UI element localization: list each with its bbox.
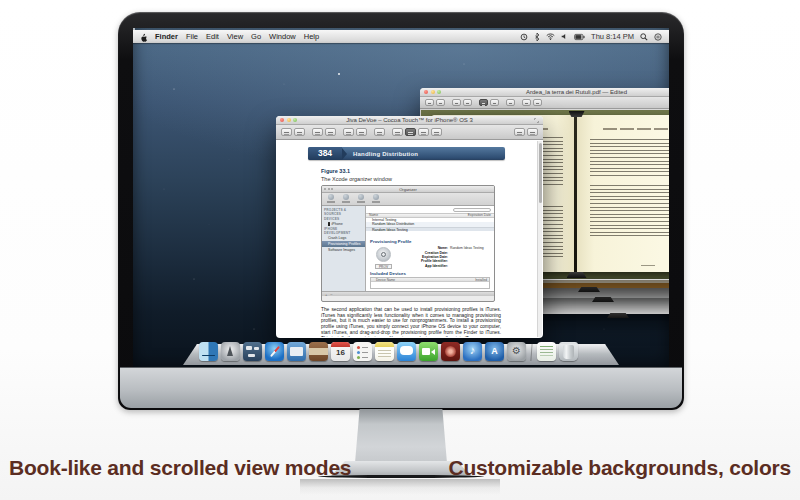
sidebar-button[interactable] [527,128,538,136]
book-binding-notch [578,287,600,292]
seal-label: PROV [375,264,392,269]
battery-icon[interactable] [574,34,585,40]
speech-button[interactable] [392,128,403,136]
book-view-mode-button[interactable] [479,99,488,106]
section-title: Provisioning Profile [370,239,411,244]
bluetooth-icon[interactable] [534,33,540,41]
column-installed[interactable]: Installed [475,278,487,282]
volume-icon[interactable] [561,33,568,40]
sidebar-item-software-images[interactable]: Software Images [322,247,365,252]
imac-chin [120,367,682,408]
app-store-dock-icon[interactable]: A [485,342,504,361]
window-titlebar[interactable]: Jiva DeVoe – Cocoa Touch™ for iPhone® OS… [276,116,543,125]
devices-section-title: Included Devices [370,271,406,276]
imac-display: Finder File Edit View Go Window Help Thu… [118,12,684,410]
column-name[interactable]: Name [369,213,378,217]
zoom-out-button[interactable] [452,99,461,106]
bookmark-button[interactable] [418,128,429,136]
list-item[interactable]: Random Ideas Testing [366,227,494,232]
scrollbar-thumb[interactable] [539,143,543,203]
spotlight-icon[interactable] [640,33,648,41]
book-binding-notch [607,313,629,318]
forward-button[interactable] [436,99,445,106]
figure-caption: The Xcode organizer window [321,176,392,182]
book-window-toolbar [420,97,669,109]
font-larger-button[interactable] [325,128,336,136]
document-page-view[interactable]: 384 Handling Distribution Figure 33.1 Th… [277,141,542,337]
scrolled-view-mode-button[interactable] [405,128,416,136]
launchpad-dock-icon[interactable] [221,342,240,361]
messages-dock-icon[interactable] [397,342,416,361]
facetime-dock-icon[interactable] [419,342,438,361]
imac-stand-neck [355,409,447,463]
menu-app-name[interactable]: Finder [155,32,178,41]
menu-item-go[interactable]: Go [251,32,261,41]
menu-item-file[interactable]: File [186,32,198,41]
mission-control-dock-icon[interactable] [243,342,262,361]
chapter-header-band: 384 Handling Distribution [308,147,505,160]
zoom-in-button[interactable] [463,99,472,106]
scrolled-view-window[interactable]: Jiva DeVoe – Cocoa Touch™ for iPhone® OS… [276,116,543,338]
back-button[interactable] [425,99,434,106]
reminders-dock-icon[interactable] [353,342,372,361]
search-button[interactable] [514,128,525,136]
photo-booth-dock-icon[interactable] [441,342,460,361]
organizer-search-field[interactable] [453,208,491,212]
scrolled-view-mode-button[interactable] [490,99,499,106]
document-dock-icon[interactable] [537,342,556,361]
field-label: Creation Date: [404,251,448,255]
background-settings-button[interactable] [506,99,515,106]
scrollbar[interactable] [537,141,542,337]
safari-dock-icon[interactable] [265,342,284,361]
column-expiration[interactable]: Expiration Date [468,213,491,217]
contacts-dock-icon[interactable] [309,342,328,361]
window-title: Jiva DeVoe – Cocoa Touch™ for iPhone® OS… [276,116,543,125]
font-smaller-button[interactable] [312,128,323,136]
mail-dock-icon[interactable] [287,342,306,361]
page-text-block [590,185,669,237]
wifi-icon[interactable] [546,33,555,40]
page-number [641,265,655,267]
organizer-status-bar: +− [322,291,494,296]
single-page-mode-button[interactable] [343,128,354,136]
notes-dock-icon[interactable] [375,342,394,361]
chevron-right-icon [342,148,347,160]
menu-item-view[interactable]: View [227,32,243,41]
menu-clock[interactable]: Thu 8:14 PM [591,32,634,41]
menu-item-help[interactable]: Help [304,32,319,41]
field-value: Random Ideas Testing [450,246,484,250]
field-label: Expiration Date: [404,255,448,259]
highlighter-button[interactable] [431,128,442,136]
dock: 16 ♪ A ⚙ [183,338,619,365]
forward-button[interactable] [294,128,305,136]
profiles-list: Name Expiration Date Internal Testing Ra… [366,213,494,231]
time-machine-icon[interactable] [520,33,528,41]
system-preferences-dock-icon[interactable]: ⚙ [507,342,526,361]
menu-item-window[interactable]: Window [269,32,296,41]
menu-item-edit[interactable]: Edit [206,32,219,41]
sidebar-item-crash-logs[interactable]: Crash Logs [322,235,365,240]
body-paragraph: The second application that can be used … [321,307,501,337]
window-titlebar[interactable]: Ardea_la terra dei Rutuli.pdf — Edited [420,88,669,97]
notification-center-icon[interactable] [654,33,662,41]
calendar-dock-icon[interactable]: 16 [331,342,350,361]
settings-gear-button[interactable] [374,128,385,136]
trash-dock-icon[interactable] [559,342,578,361]
sidebar-group-projects: PROJECTS & SOURCES [322,207,365,216]
book-page-right[interactable] [577,115,669,272]
organizer-tool-icon [371,194,381,205]
itunes-dock-icon[interactable]: ♪ [463,342,482,361]
organizer-toolbar [322,193,494,206]
highlighter-button[interactable] [533,99,542,106]
back-button[interactable] [281,128,292,136]
book-view-mode-button[interactable] [356,128,367,136]
column-device-name[interactable]: Device Name [376,278,395,282]
book-binding-clip [567,272,587,278]
book-binding-notch [592,297,614,302]
chapter-title: Handling Distribution [353,151,418,157]
window-title: Ardea_la terra dei Rutuli.pdf — Edited [420,88,669,97]
fullscreen-icon[interactable] [534,118,539,123]
bookmark-button[interactable] [522,99,531,106]
apple-menu-icon[interactable] [140,33,147,41]
finder-dock-icon[interactable] [199,342,218,361]
